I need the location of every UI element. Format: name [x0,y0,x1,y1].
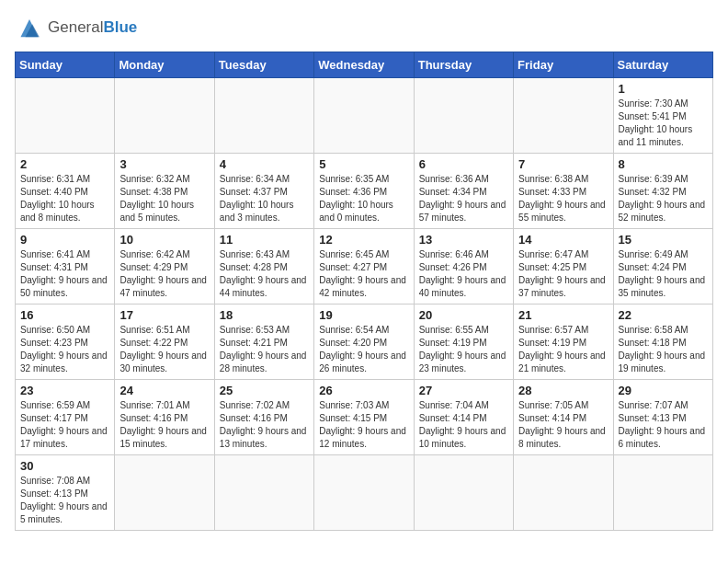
calendar-week-row: 9Sunrise: 6:41 AM Sunset: 4:31 PM Daylig… [16,229,713,304]
calendar-cell: 3Sunrise: 6:32 AM Sunset: 4:38 PM Daylig… [115,154,214,229]
day-info: Sunrise: 7:30 AM Sunset: 5:41 PM Dayligh… [619,98,708,149]
day-number: 18 [220,308,309,322]
day-number: 27 [419,384,508,397]
day-number: 13 [419,233,508,247]
calendar-cell [115,455,214,531]
page-header: GeneralBlue [15,15,713,40]
day-number: 22 [619,308,708,322]
day-number: 17 [119,308,209,322]
day-info: Sunrise: 6:49 AM Sunset: 4:24 PM Dayligh… [619,248,708,300]
day-info: Sunrise: 7:07 AM Sunset: 4:13 PM Dayligh… [619,399,708,451]
calendar-cell [514,455,613,531]
logo: GeneralBlue [15,15,137,40]
calendar-cell: 17Sunrise: 6:51 AM Sunset: 4:22 PM Dayli… [115,304,214,380]
day-number: 30 [20,459,109,473]
calendar-table: SundayMondayTuesdayWednesdayThursdayFrid… [15,52,713,531]
day-number: 7 [518,157,608,171]
day-info: Sunrise: 6:45 AM Sunset: 4:27 PM Dayligh… [319,248,408,300]
day-info: Sunrise: 6:53 AM Sunset: 4:21 PM Dayligh… [220,324,309,375]
day-number: 3 [119,157,209,171]
calendar-cell: 30Sunrise: 7:08 AM Sunset: 4:13 PM Dayli… [16,455,115,531]
weekday-header-row: SundayMondayTuesdayWednesdayThursdayFrid… [16,52,713,78]
day-info: Sunrise: 6:36 AM Sunset: 4:34 PM Dayligh… [419,173,508,224]
calendar-cell [514,78,613,154]
calendar-cell: 21Sunrise: 6:57 AM Sunset: 4:19 PM Dayli… [514,304,613,380]
calendar-cell: 12Sunrise: 6:45 AM Sunset: 4:27 PM Dayli… [314,229,414,304]
calendar-cell [214,455,313,531]
day-number: 5 [319,157,408,171]
day-number: 16 [20,308,109,322]
day-info: Sunrise: 7:04 AM Sunset: 4:14 PM Dayligh… [419,399,508,451]
day-info: Sunrise: 6:57 AM Sunset: 4:19 PM Dayligh… [518,324,608,375]
day-number: 26 [319,384,408,397]
day-info: Sunrise: 6:41 AM Sunset: 4:31 PM Dayligh… [20,248,109,300]
day-number: 28 [518,384,608,397]
calendar-cell: 13Sunrise: 6:46 AM Sunset: 4:26 PM Dayli… [414,229,513,304]
calendar-cell [414,455,513,531]
weekday-header-wednesday: Wednesday [314,52,414,78]
calendar-cell: 15Sunrise: 6:49 AM Sunset: 4:24 PM Dayli… [613,229,712,304]
calendar-cell: 24Sunrise: 7:01 AM Sunset: 4:16 PM Dayli… [115,380,214,455]
day-number: 4 [220,157,309,171]
day-number: 1 [619,82,708,96]
calendar-cell: 2Sunrise: 6:31 AM Sunset: 4:40 PM Daylig… [16,154,115,229]
calendar-cell: 25Sunrise: 7:02 AM Sunset: 4:16 PM Dayli… [214,380,313,455]
calendar-cell: 26Sunrise: 7:03 AM Sunset: 4:15 PM Dayli… [314,380,414,455]
day-number: 23 [20,384,109,397]
day-number: 8 [619,157,708,171]
calendar-cell: 28Sunrise: 7:05 AM Sunset: 4:14 PM Dayli… [514,380,613,455]
day-info: Sunrise: 6:42 AM Sunset: 4:29 PM Dayligh… [119,248,209,300]
calendar-week-row: 2Sunrise: 6:31 AM Sunset: 4:40 PM Daylig… [16,154,713,229]
day-info: Sunrise: 6:34 AM Sunset: 4:37 PM Dayligh… [220,173,309,224]
calendar-cell [214,78,313,154]
day-info: Sunrise: 6:38 AM Sunset: 4:33 PM Dayligh… [518,173,608,224]
calendar-cell: 6Sunrise: 6:36 AM Sunset: 4:34 PM Daylig… [414,154,513,229]
calendar-cell: 23Sunrise: 6:59 AM Sunset: 4:17 PM Dayli… [16,380,115,455]
calendar-cell: 9Sunrise: 6:41 AM Sunset: 4:31 PM Daylig… [16,229,115,304]
calendar-cell [314,78,414,154]
day-number: 20 [419,308,508,322]
calendar-cell [613,455,712,531]
calendar-week-row: 1Sunrise: 7:30 AM Sunset: 5:41 PM Daylig… [16,78,713,154]
day-info: Sunrise: 6:46 AM Sunset: 4:26 PM Dayligh… [419,248,508,300]
day-info: Sunrise: 7:03 AM Sunset: 4:15 PM Dayligh… [319,399,408,451]
day-info: Sunrise: 7:08 AM Sunset: 4:13 PM Dayligh… [20,475,109,526]
calendar-cell [414,78,513,154]
day-info: Sunrise: 6:35 AM Sunset: 4:36 PM Dayligh… [319,173,408,224]
calendar-cell: 16Sunrise: 6:50 AM Sunset: 4:23 PM Dayli… [16,304,115,380]
calendar-cell: 8Sunrise: 6:39 AM Sunset: 4:32 PM Daylig… [613,154,712,229]
day-info: Sunrise: 6:32 AM Sunset: 4:38 PM Dayligh… [119,173,209,224]
day-info: Sunrise: 7:02 AM Sunset: 4:16 PM Dayligh… [220,399,309,451]
calendar-cell: 10Sunrise: 6:42 AM Sunset: 4:29 PM Dayli… [115,229,214,304]
day-number: 21 [518,308,608,322]
day-number: 6 [419,157,508,171]
calendar-week-row: 16Sunrise: 6:50 AM Sunset: 4:23 PM Dayli… [16,304,713,380]
day-number: 11 [220,233,309,247]
day-info: Sunrise: 6:39 AM Sunset: 4:32 PM Dayligh… [619,173,708,224]
day-number: 29 [619,384,708,397]
day-number: 12 [319,233,408,247]
weekday-header-tuesday: Tuesday [214,52,313,78]
calendar-cell [115,78,214,154]
calendar-cell: 19Sunrise: 6:54 AM Sunset: 4:20 PM Dayli… [314,304,414,380]
generalblue-logo-icon [15,15,44,40]
day-info: Sunrise: 6:47 AM Sunset: 4:25 PM Dayligh… [518,248,608,300]
calendar-cell [16,78,115,154]
day-info: Sunrise: 6:54 AM Sunset: 4:20 PM Dayligh… [319,324,408,375]
weekday-header-thursday: Thursday [414,52,513,78]
day-number: 24 [119,384,209,397]
day-info: Sunrise: 6:51 AM Sunset: 4:22 PM Dayligh… [119,324,209,375]
day-info: Sunrise: 6:58 AM Sunset: 4:18 PM Dayligh… [619,324,708,375]
logo-text: GeneralBlue [48,18,137,37]
calendar-cell: 11Sunrise: 6:43 AM Sunset: 4:28 PM Dayli… [214,229,313,304]
day-number: 9 [20,233,109,247]
weekday-header-friday: Friday [514,52,613,78]
weekday-header-saturday: Saturday [613,52,712,78]
calendar-cell: 14Sunrise: 6:47 AM Sunset: 4:25 PM Dayli… [514,229,613,304]
day-info: Sunrise: 6:50 AM Sunset: 4:23 PM Dayligh… [20,324,109,375]
weekday-header-monday: Monday [115,52,214,78]
day-number: 10 [119,233,209,247]
calendar-week-row: 30Sunrise: 7:08 AM Sunset: 4:13 PM Dayli… [16,455,713,531]
day-number: 25 [220,384,309,397]
day-info: Sunrise: 7:01 AM Sunset: 4:16 PM Dayligh… [119,399,209,451]
